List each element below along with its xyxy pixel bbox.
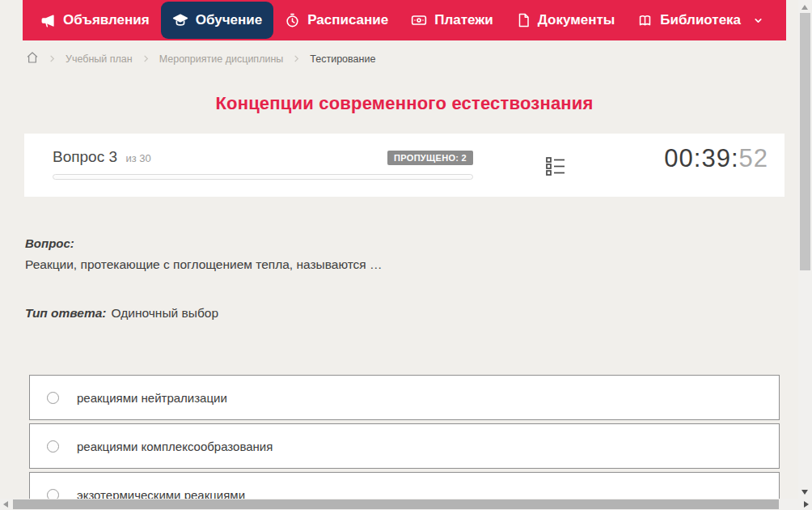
- scroll-left-arrow-icon[interactable]: [3, 501, 8, 508]
- progress-bar: [53, 174, 473, 180]
- quiz-header-panel: Вопрос 3 из 30 ПРОПУЩЕНО: 2 00:39:52: [24, 134, 785, 197]
- scroll-right-arrow-icon[interactable]: [804, 501, 809, 508]
- nav-item-label: Расписание: [307, 12, 388, 28]
- breadcrumb-curriculum[interactable]: Учебный план: [66, 53, 133, 65]
- book-icon: [637, 13, 653, 28]
- home-icon[interactable]: [26, 51, 39, 66]
- scroll-up-arrow-icon[interactable]: [801, 5, 808, 10]
- nav-item-learning[interactable]: Обучение: [161, 2, 273, 39]
- nav-item-payments[interactable]: Платежи: [400, 0, 505, 40]
- radio-button[interactable]: [47, 392, 59, 404]
- nav-item-label: Библиотека: [660, 12, 741, 28]
- breadcrumb-discipline-event[interactable]: Мероприятие дисциплины: [159, 53, 284, 65]
- answer-type-value: Одиночный выбор: [112, 306, 219, 320]
- nav-item-announcements[interactable]: Объявления: [29, 0, 161, 40]
- megaphone-icon: [40, 13, 56, 28]
- scroll-down-arrow-icon[interactable]: [801, 490, 808, 495]
- chevron-right-icon: [142, 54, 150, 63]
- question-total: из 30: [125, 152, 150, 164]
- countdown-timer: 00:39:52: [664, 144, 768, 173]
- answer-option-1[interactable]: реакциями нейтрализации: [29, 375, 780, 420]
- banknote-icon: [411, 12, 427, 28]
- chevron-right-icon: [292, 54, 301, 63]
- nav-item-label: Обучение: [196, 12, 262, 28]
- question-number: Вопрос 3: [53, 148, 117, 165]
- answer-option-label: реакциями комплексообразования: [77, 440, 273, 453]
- radio-button[interactable]: [47, 440, 59, 453]
- page-title: Концепции современного естествознания: [0, 93, 809, 114]
- nav-item-label: Платежи: [434, 12, 493, 28]
- question-progress-block: Вопрос 3 из 30 ПРОПУЩЕНО: 2: [53, 148, 473, 166]
- answer-option-2[interactable]: реакциями комплексообразования: [29, 423, 780, 469]
- chevron-right-icon: [48, 54, 57, 63]
- top-navigation: Объявления Обучение Расписание: [23, 0, 786, 40]
- question-text: Реакции, протекающие с поглощением тепла…: [25, 257, 383, 272]
- horizontal-scrollbar[interactable]: [0, 499, 812, 510]
- list-icon: [544, 166, 567, 180]
- nav-item-label: Документы: [538, 12, 615, 28]
- nav-item-library[interactable]: Библиотека: [626, 0, 775, 40]
- clock-icon: [285, 13, 300, 28]
- answer-type-row: Тип ответа:Одиночный выбор: [25, 306, 218, 321]
- question-heading: Вопрос:: [25, 236, 74, 250]
- answer-type-label: Тип ответа:: [25, 306, 107, 320]
- timer-seconds: 52: [739, 144, 768, 172]
- breadcrumb: Учебный план Мероприятие дисциплины Тест…: [26, 51, 375, 66]
- skipped-badge: ПРОПУЩЕНО: 2: [387, 151, 473, 165]
- vertical-scrollbar[interactable]: [798, 0, 812, 499]
- breadcrumb-current-testing: Тестирование: [310, 53, 375, 65]
- document-icon: [516, 13, 531, 28]
- graduation-cap-icon: [172, 12, 188, 28]
- vertical-scrollbar-thumb[interactable]: [800, 13, 810, 270]
- timer-hours-minutes: 00:39:: [664, 144, 738, 172]
- chevron-down-icon: [753, 15, 763, 26]
- horizontal-scrollbar-thumb[interactable]: [13, 499, 779, 509]
- nav-item-documents[interactable]: Документы: [505, 0, 627, 40]
- nav-item-schedule[interactable]: Расписание: [273, 0, 400, 40]
- nav-item-label: Объявления: [63, 12, 150, 28]
- answer-option-label: реакциями нейтрализации: [77, 391, 227, 405]
- question-list-button[interactable]: [544, 155, 567, 181]
